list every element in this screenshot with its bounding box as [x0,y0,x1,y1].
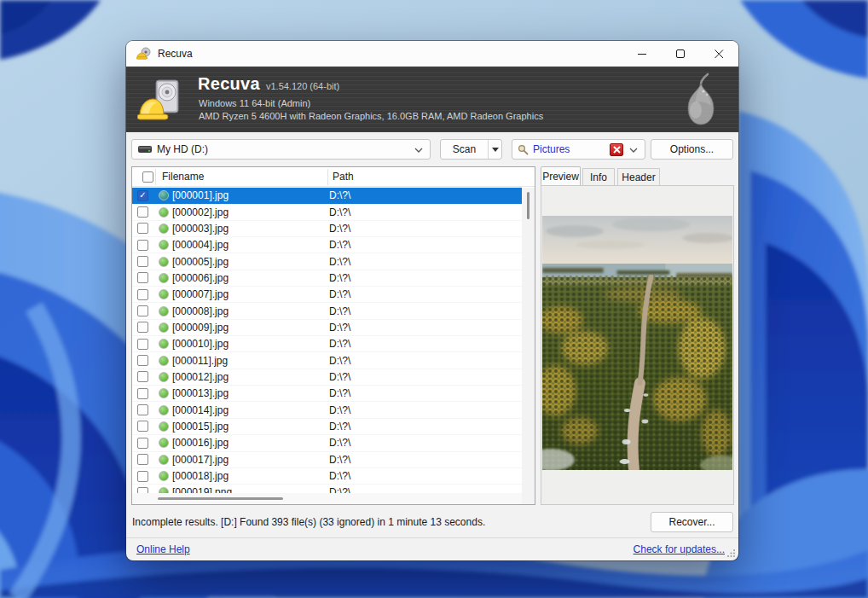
banner-version: v1.54.120 (64-bit) [266,81,339,91]
piriform-pear-icon [680,73,721,127]
file-path: D:\?\ [329,223,350,235]
recoverable-state-icon [159,438,169,448]
file-checkbox[interactable] [137,388,148,399]
maximize-button[interactable] [662,41,700,67]
file-name: [000008].jpg [172,305,329,317]
file-row[interactable]: [000008].jpgD:\?\ [132,303,522,319]
footer-separator [126,537,738,538]
file-checkbox[interactable] [137,272,148,283]
app-banner: Recuvav1.54.120 (64-bit) Windows 11 64-b… [126,67,738,132]
online-help-link[interactable]: Online Help [136,543,190,555]
file-row[interactable]: [000005].jpgD:\?\ [132,253,522,270]
file-row[interactable]: [000018].jpgD:\?\ [132,468,522,485]
file-name: [000006].jpg [172,272,329,284]
recoverable-state-icon [159,471,169,481]
column-header-filename[interactable]: Filename [162,171,204,183]
file-path: D:\?\ [329,454,350,466]
file-row[interactable]: [000017].jpgD:\?\ [132,452,522,468]
file-checkbox[interactable]: ✓ [137,190,148,201]
search-filter-combo[interactable]: Pictures [512,139,645,160]
vertical-scrollbar[interactable] [522,188,535,504]
file-name: [000012].jpg [172,371,329,383]
file-row[interactable]: [000004].jpgD:\?\ [132,237,522,253]
file-row[interactable]: [000011].jpgD:\?\ [132,352,522,369]
minimize-button[interactable] [623,41,662,67]
chevron-down-icon [414,148,423,153]
file-row[interactable]: [000014].jpgD:\?\ [132,402,522,418]
file-checkbox[interactable] [137,421,148,432]
file-row[interactable]: ✓[000001].jpgD:\?\ [132,188,522,204]
recuva-logo [137,79,185,120]
file-row[interactable]: [000003].jpgD:\?\ [132,221,522,237]
file-row[interactable]: [000007].jpgD:\?\ [132,287,522,303]
file-row[interactable]: [000016].jpgD:\?\ [132,435,522,451]
recoverable-state-icon [159,240,169,250]
file-checkbox[interactable] [137,404,148,415]
file-name: [000013].jpg [172,387,329,399]
file-path: D:\?\ [329,206,350,218]
tab-preview-label: Preview [542,171,579,183]
recoverable-state-icon [159,339,169,349]
minimize-icon [638,49,647,59]
horizontal-scrollbar-thumb[interactable] [158,497,283,500]
recoverable-state-icon [159,405,169,415]
file-checkbox[interactable] [137,240,148,251]
tab-info[interactable]: Info [582,168,615,185]
tab-header[interactable]: Header [617,168,660,185]
drive-select[interactable]: My HD (D:) [131,139,431,160]
title-bar[interactable]: Recuva [126,41,738,67]
check-updates-link[interactable]: Check for updates... [634,543,725,555]
file-checkbox[interactable] [137,206,148,218]
column-divider[interactable] [327,169,328,185]
vertical-scrollbar-thumb[interactable] [527,192,529,219]
scan-options-dropdown[interactable] [489,148,501,152]
file-checkbox[interactable] [137,454,148,465]
resize-grip[interactable] [726,549,736,558]
file-name: [000017].jpg [172,454,329,466]
clear-filter-button[interactable] [610,143,623,156]
file-path: D:\?\ [329,387,350,399]
file-list-header[interactable]: Filename Path [132,167,535,187]
window-title: Recuva [158,48,193,60]
dropdown-arrow-icon [492,148,499,152]
file-row[interactable]: [000012].jpgD:\?\ [132,369,522,386]
file-checkbox[interactable] [137,371,148,382]
file-checkbox[interactable] [137,438,148,449]
file-checkbox[interactable] [137,223,148,234]
column-header-path[interactable]: Path [333,171,354,183]
drive-select-value: My HD (D:) [157,143,208,155]
file-name: [000010].jpg [172,338,329,350]
file-name: [000018].jpg [172,470,329,482]
options-button[interactable]: Options... [651,139,733,160]
file-row[interactable]: [000002].jpgD:\?\ [132,204,522,220]
tab-header-label: Header [622,171,655,183]
desktop: Recuva [0,0,868,598]
file-row[interactable]: [000006].jpgD:\?\ [132,270,522,287]
file-row[interactable]: [000010].jpgD:\?\ [132,336,522,352]
file-row[interactable]: [000015].jpgD:\?\ [132,419,522,435]
file-checkbox[interactable] [137,355,148,366]
file-path: D:\?\ [329,371,350,383]
file-name: [000009].jpg [172,322,329,334]
file-row[interactable]: [000009].jpgD:\?\ [132,320,522,336]
file-checkbox[interactable] [137,322,148,333]
file-row[interactable]: [000013].jpgD:\?\ [132,386,522,402]
file-path: D:\?\ [329,239,350,251]
file-checkbox[interactable] [137,471,148,482]
file-path: D:\?\ [329,322,350,334]
recoverable-state-icon [159,207,169,218]
horizontal-scrollbar[interactable] [132,493,522,504]
file-checkbox[interactable] [137,289,148,300]
scan-split-button: Scan [440,139,502,160]
recover-button-label: Recover... [668,516,715,528]
status-text: Incomplete results. [D:] Found 393 file(… [132,516,485,528]
file-checkbox[interactable] [137,256,148,267]
close-button[interactable] [700,41,738,67]
tab-preview[interactable]: Preview [541,166,581,185]
scan-button[interactable]: Scan [441,143,488,155]
file-checkbox[interactable] [137,339,148,350]
recover-button[interactable]: Recover... [651,512,733,532]
select-all-checkbox[interactable] [142,171,153,183]
clear-x-icon [613,146,621,154]
file-checkbox[interactable] [137,305,148,316]
